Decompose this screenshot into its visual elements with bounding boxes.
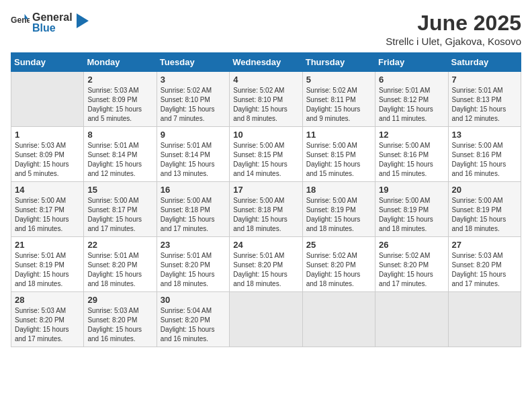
day-info: Sunrise: 5:00 AM Sunset: 8:15 PM Dayligh…: [306, 141, 371, 179]
day-info: Sunrise: 5:03 AM Sunset: 8:20 PM Dayligh…: [452, 251, 517, 289]
day-number: 9: [161, 130, 226, 140]
day-info: Sunrise: 5:00 AM Sunset: 8:19 PM Dayligh…: [306, 196, 371, 234]
calendar-row: 28 Sunrise: 5:03 AM Sunset: 8:20 PM Dayl…: [11, 292, 521, 347]
table-row: 20 Sunrise: 5:00 AM Sunset: 8:19 PM Dayl…: [448, 182, 521, 237]
day-number: 25: [306, 240, 371, 250]
table-row: 10 Sunrise: 5:00 AM Sunset: 8:15 PM Dayl…: [230, 127, 302, 182]
svg-marker-1: [77, 13, 89, 28]
table-row: 5 Sunrise: 5:02 AM Sunset: 8:11 PM Dayli…: [302, 72, 375, 127]
day-info: Sunrise: 5:04 AM Sunset: 8:20 PM Dayligh…: [161, 306, 226, 344]
table-row: 26 Sunrise: 5:02 AM Sunset: 8:20 PM Dayl…: [375, 237, 448, 292]
day-info: Sunrise: 5:01 AM Sunset: 8:13 PM Dayligh…: [452, 86, 517, 124]
table-row: 13 Sunrise: 5:00 AM Sunset: 8:16 PM Dayl…: [448, 127, 521, 182]
header-sunday: Sunday: [11, 53, 84, 72]
day-number: 21: [15, 240, 80, 250]
day-number: 4: [233, 75, 298, 85]
table-row: 15 Sunrise: 5:00 AM Sunset: 8:17 PM Dayl…: [84, 182, 157, 237]
day-number: 27: [452, 240, 517, 250]
header-monday: Monday: [84, 53, 157, 72]
table-row: 29 Sunrise: 5:03 AM Sunset: 8:20 PM Dayl…: [84, 292, 157, 347]
calendar-row: 1 Sunrise: 5:03 AM Sunset: 8:09 PM Dayli…: [11, 127, 521, 182]
day-number: 5: [306, 75, 371, 85]
day-info: Sunrise: 5:00 AM Sunset: 8:19 PM Dayligh…: [379, 196, 444, 234]
table-row: 24 Sunrise: 5:01 AM Sunset: 8:20 PM Dayl…: [230, 237, 302, 292]
day-number: 18: [306, 185, 371, 195]
day-info: Sunrise: 5:02 AM Sunset: 8:20 PM Dayligh…: [306, 251, 371, 289]
page-header: General General Blue June 2025 Strellc i…: [11, 11, 521, 47]
header-tuesday: Tuesday: [157, 53, 229, 72]
day-info: Sunrise: 5:01 AM Sunset: 8:20 PM Dayligh…: [161, 251, 226, 289]
table-row: [375, 292, 448, 347]
table-row: [11, 72, 84, 127]
day-info: Sunrise: 5:03 AM Sunset: 8:09 PM Dayligh…: [87, 86, 152, 124]
day-info: Sunrise: 5:03 AM Sunset: 8:09 PM Dayligh…: [15, 141, 80, 179]
weekday-header-row: Sunday Monday Tuesday Wednesday Thursday…: [11, 53, 521, 72]
table-row: 28 Sunrise: 5:03 AM Sunset: 8:20 PM Dayl…: [11, 292, 84, 347]
table-row: 11 Sunrise: 5:00 AM Sunset: 8:15 PM Dayl…: [302, 127, 375, 182]
day-number: 17: [233, 185, 298, 195]
table-row: 25 Sunrise: 5:02 AM Sunset: 8:20 PM Dayl…: [302, 237, 375, 292]
day-number: 2: [87, 75, 152, 85]
day-info: Sunrise: 5:02 AM Sunset: 8:10 PM Dayligh…: [161, 86, 226, 124]
day-info: Sunrise: 5:00 AM Sunset: 8:18 PM Dayligh…: [233, 196, 298, 234]
day-info: Sunrise: 5:01 AM Sunset: 8:20 PM Dayligh…: [233, 251, 298, 289]
header-thursday: Thursday: [302, 53, 375, 72]
day-info: Sunrise: 5:00 AM Sunset: 8:17 PM Dayligh…: [15, 196, 80, 234]
table-row: 27 Sunrise: 5:03 AM Sunset: 8:20 PM Dayl…: [448, 237, 521, 292]
table-row: 16 Sunrise: 5:00 AM Sunset: 8:18 PM Dayl…: [157, 182, 229, 237]
day-number: 7: [452, 75, 517, 85]
day-info: Sunrise: 5:02 AM Sunset: 8:11 PM Dayligh…: [306, 86, 371, 124]
table-row: 8 Sunrise: 5:01 AM Sunset: 8:14 PM Dayli…: [84, 127, 157, 182]
day-info: Sunrise: 5:01 AM Sunset: 8:19 PM Dayligh…: [15, 251, 80, 289]
day-number: 23: [161, 240, 226, 250]
day-number: 8: [87, 130, 152, 140]
day-info: Sunrise: 5:01 AM Sunset: 8:14 PM Dayligh…: [87, 141, 152, 179]
month-title: June 2025: [386, 11, 521, 36]
table-row: [230, 292, 302, 347]
location-title: Strellc i Ulet, Gjakova, Kosovo: [386, 36, 521, 47]
title-section: June 2025 Strellc i Ulet, Gjakova, Kosov…: [386, 11, 521, 47]
day-number: 22: [87, 240, 152, 250]
day-info: Sunrise: 5:00 AM Sunset: 8:17 PM Dayligh…: [87, 196, 152, 234]
day-number: 29: [87, 295, 152, 305]
table-row: 18 Sunrise: 5:00 AM Sunset: 8:19 PM Dayl…: [302, 182, 375, 237]
day-info: Sunrise: 5:01 AM Sunset: 8:14 PM Dayligh…: [161, 141, 226, 179]
day-info: Sunrise: 5:01 AM Sunset: 8:12 PM Dayligh…: [379, 86, 444, 124]
table-row: 4 Sunrise: 5:02 AM Sunset: 8:10 PM Dayli…: [230, 72, 302, 127]
day-info: Sunrise: 5:02 AM Sunset: 8:20 PM Dayligh…: [379, 251, 444, 289]
table-row: 21 Sunrise: 5:01 AM Sunset: 8:19 PM Dayl…: [11, 237, 84, 292]
day-number: 12: [379, 130, 444, 140]
calendar-row: 14 Sunrise: 5:00 AM Sunset: 8:17 PM Dayl…: [11, 182, 521, 237]
table-row: 3 Sunrise: 5:02 AM Sunset: 8:10 PM Dayli…: [157, 72, 229, 127]
table-row: 14 Sunrise: 5:00 AM Sunset: 8:17 PM Dayl…: [11, 182, 84, 237]
logo-arrow-icon: [77, 13, 89, 28]
table-row: 19 Sunrise: 5:00 AM Sunset: 8:19 PM Dayl…: [375, 182, 448, 237]
day-number: 19: [379, 185, 444, 195]
header-wednesday: Wednesday: [230, 53, 302, 72]
day-number: 30: [161, 295, 226, 305]
day-info: Sunrise: 5:01 AM Sunset: 8:20 PM Dayligh…: [87, 251, 152, 289]
day-info: Sunrise: 5:00 AM Sunset: 8:15 PM Dayligh…: [233, 141, 298, 179]
table-row: 1 Sunrise: 5:03 AM Sunset: 8:09 PM Dayli…: [11, 127, 84, 182]
day-number: 6: [379, 75, 444, 85]
day-info: Sunrise: 5:03 AM Sunset: 8:20 PM Dayligh…: [15, 306, 80, 344]
day-number: 1: [15, 130, 80, 140]
day-number: 11: [306, 130, 371, 140]
day-number: 3: [161, 75, 226, 85]
svg-text:General: General: [11, 15, 30, 25]
table-row: 2 Sunrise: 5:03 AM Sunset: 8:09 PM Dayli…: [84, 72, 157, 127]
table-row: [302, 292, 375, 347]
table-row: 12 Sunrise: 5:00 AM Sunset: 8:16 PM Dayl…: [375, 127, 448, 182]
day-info: Sunrise: 5:00 AM Sunset: 8:19 PM Dayligh…: [452, 196, 517, 234]
day-info: Sunrise: 5:00 AM Sunset: 8:16 PM Dayligh…: [452, 141, 517, 179]
day-number: 13: [452, 130, 517, 140]
table-row: 30 Sunrise: 5:04 AM Sunset: 8:20 PM Dayl…: [157, 292, 229, 347]
day-number: 14: [15, 185, 80, 195]
table-row: 17 Sunrise: 5:00 AM Sunset: 8:18 PM Dayl…: [230, 182, 302, 237]
day-info: Sunrise: 5:00 AM Sunset: 8:18 PM Dayligh…: [161, 196, 226, 234]
table-row: 9 Sunrise: 5:01 AM Sunset: 8:14 PM Dayli…: [157, 127, 229, 182]
day-number: 20: [452, 185, 517, 195]
table-row: 22 Sunrise: 5:01 AM Sunset: 8:20 PM Dayl…: [84, 237, 157, 292]
logo: General General Blue: [11, 11, 89, 34]
header-friday: Friday: [375, 53, 448, 72]
